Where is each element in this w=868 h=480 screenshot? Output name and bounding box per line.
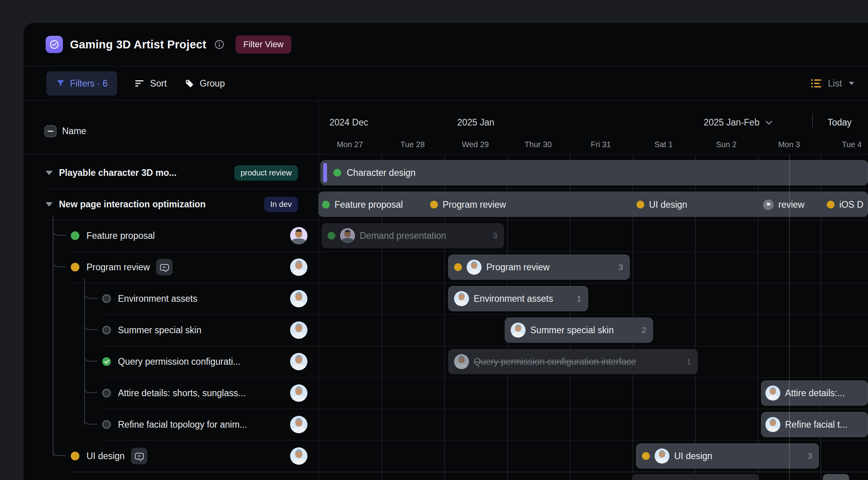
group-label: Group <box>200 78 225 89</box>
filter-view-button[interactable]: Filter View <box>235 35 291 54</box>
timeline-bar[interactable]: Program review3 <box>448 255 630 280</box>
task-row-label: Attire details: shorts, sunglass... <box>118 388 246 399</box>
bar-label: review <box>778 199 804 210</box>
filters-label: Filters · 6 <box>70 78 108 89</box>
task-row[interactable]: Program review <box>24 251 318 283</box>
bar-count: 3 <box>807 451 812 461</box>
panel-timeline-divider[interactable] <box>318 101 319 480</box>
bar-count: 2 <box>642 325 646 335</box>
bar-status-dot <box>327 232 335 240</box>
timeline-bar-partial[interactable] <box>632 474 759 480</box>
app-window: Gaming 3D Artist Project Filter View Fil… <box>24 23 868 480</box>
task-status-icon[interactable] <box>102 357 111 366</box>
bar-label: iOS D <box>839 199 863 210</box>
avatar <box>290 353 307 370</box>
task-row-label: Environment assets <box>118 294 197 304</box>
collapse-caret-icon[interactable] <box>46 202 53 207</box>
group-row[interactable]: New page interaction optimizationIn dev <box>24 188 318 220</box>
bar-label: Attire details:... <box>785 388 845 399</box>
task-status-icon[interactable] <box>102 420 111 429</box>
timeline-bar[interactable]: Character design <box>320 160 868 185</box>
task-row[interactable]: Refine facial topology for anim... <box>24 409 318 440</box>
task-row[interactable]: Query permission configurati... <box>24 346 318 377</box>
task-status-icon[interactable] <box>71 231 79 240</box>
timeline-bar[interactable]: Query permission configuration interface… <box>448 349 698 374</box>
group-row-label: Playable character 3D mo... <box>59 168 177 178</box>
avatar <box>340 228 355 243</box>
today-button[interactable]: Today <box>828 117 851 128</box>
group-row[interactable]: Playable character 3D mo...product revie… <box>24 157 318 188</box>
avatar <box>290 258 307 276</box>
timeline-range-label: 2025 Jan-Feb <box>704 117 760 128</box>
avatar <box>454 291 469 306</box>
tag-icon <box>184 78 194 89</box>
bar-status-dot <box>636 201 644 209</box>
sort-button[interactable]: Sort <box>134 78 167 89</box>
filters-button[interactable]: Filters · 6 <box>46 71 117 96</box>
bar-subtask-marker[interactable]: Program review <box>430 192 506 217</box>
bar-count: 1 <box>686 357 691 366</box>
bar-label: Program review <box>443 199 506 210</box>
task-status-icon[interactable] <box>102 389 111 397</box>
bar-subtask-marker[interactable]: iOS D <box>827 192 863 217</box>
timeline-day-label: Mon 3 <box>761 140 817 149</box>
group-row-label: New page interaction optimization <box>59 199 206 210</box>
bar-label: UI design <box>674 451 712 462</box>
collapse-caret-icon[interactable] <box>46 171 53 175</box>
avatar <box>290 416 307 433</box>
timeline-bar-partial[interactable] <box>823 474 849 480</box>
task-row-label: Program review <box>86 262 150 273</box>
timeline-bar[interactable]: UI design3 <box>636 443 819 469</box>
timeline-bar[interactable]: Summer special skin2 <box>505 318 653 343</box>
task-row[interactable]: UI design <box>24 440 318 472</box>
avatar <box>290 227 307 244</box>
bar-subtask-marker[interactable]: UI design <box>636 192 687 217</box>
bar-label: Query permission configuration interface <box>474 356 636 367</box>
select-all-checkbox[interactable] <box>44 125 57 137</box>
bar-status-dot <box>827 201 835 209</box>
task-status-icon[interactable] <box>102 326 111 334</box>
comment-button[interactable] <box>131 448 147 464</box>
timeline-day-label: Mon 27 <box>322 140 377 149</box>
bar-label: Character design <box>347 168 416 178</box>
avatar <box>765 386 780 401</box>
name-column-header: Name <box>44 125 86 137</box>
task-row[interactable]: Environment assets <box>24 283 318 314</box>
timeline-bar[interactable]: Attire details:... <box>761 380 868 406</box>
task-status-icon[interactable] <box>71 452 79 460</box>
timeline-day-label: Fri 31 <box>573 140 628 149</box>
today-marker-line <box>789 154 790 480</box>
timeline-day-label: Sat 1 <box>636 140 691 149</box>
bar-label: Program review <box>486 262 550 273</box>
timeline-bar[interactable]: Demand presentation3 <box>322 223 504 248</box>
group-button[interactable]: Group <box>184 78 225 89</box>
timeline-bar[interactable]: Feature proposalProgram reviewUI design⚑… <box>318 192 868 217</box>
timeline-bar[interactable]: Environment assets1 <box>448 286 588 311</box>
timeline-month-label: 2024 Dec <box>329 117 368 128</box>
sort-label: Sort <box>150 78 167 89</box>
status-badge: In dev <box>264 197 298 212</box>
avatar <box>290 447 307 465</box>
divider <box>24 154 868 155</box>
comment-button[interactable] <box>156 259 173 275</box>
bar-count: 1 <box>577 294 581 303</box>
bar-label: UI design <box>649 199 687 210</box>
task-row[interactable]: Attire details: shorts, sunglass... <box>24 377 318 409</box>
task-row[interactable]: Feature proposal <box>24 220 318 251</box>
view-switcher[interactable]: List <box>811 66 855 100</box>
divider <box>24 100 868 101</box>
avatar <box>511 323 526 338</box>
chevron-down-icon <box>765 120 773 126</box>
timeline-bar[interactable]: Refine facial t... <box>761 412 868 437</box>
task-status-icon[interactable] <box>102 294 111 303</box>
timeline-range-dropdown[interactable]: 2025 Jan-Feb <box>704 117 773 128</box>
avatar <box>290 384 307 402</box>
bar-subtask-marker[interactable]: Feature proposal <box>322 192 403 217</box>
info-icon[interactable] <box>214 39 224 50</box>
bar-status-dot <box>322 201 330 209</box>
avatar <box>467 260 482 275</box>
avatar <box>655 449 669 463</box>
bar-subtask-marker[interactable]: ⚑review <box>763 192 804 217</box>
task-row[interactable]: Summer special skin <box>24 314 318 346</box>
task-status-icon[interactable] <box>71 263 79 271</box>
